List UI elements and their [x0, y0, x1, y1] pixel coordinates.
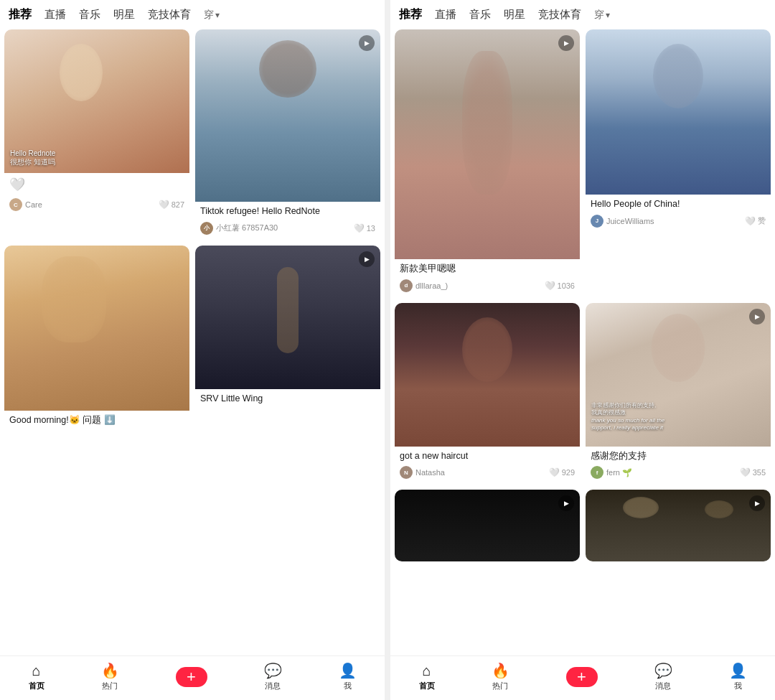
standalone-heart: 🤍 [4, 173, 189, 195]
nav-item-live-2[interactable]: 直播 [435, 8, 456, 22]
grid-1: Hello Rednote很想你 知道吗 🤍 C Care 🤍 827 [4, 29, 380, 435]
nav-item-sports-2[interactable]: 竞技体育 [538, 8, 581, 22]
like-count-6: 355 [753, 468, 766, 477]
avatar-fern: f [591, 466, 603, 479]
card-info-tall-girl: 新款美甲嗯嗯 d dlllaraa_) 🤍 1036 [395, 259, 580, 297]
card-woman-video[interactable]: ▶ 非常感谢你们所有的支持,我真的很感激thank you so much fo… [586, 303, 771, 485]
like-count-1: 827 [172, 200, 184, 209]
card-likes-haircut: 🤍 929 [549, 467, 575, 477]
author-name-fern: fern 🌱 [606, 468, 632, 477]
card-haircut[interactable]: got a new haircut N Natasha 🤍 929 [395, 303, 580, 485]
nav-item-sports-1[interactable]: 竞技体育 [148, 8, 191, 22]
phone-2: 推荐 直播 音乐 明星 竞技体育 穿 ▶ 新款美甲嗯嗯 d dlllaraa_) [390, 0, 775, 700]
nav-bar-2: 推荐 直播 音乐 明星 竞技体育 穿 [390, 0, 775, 27]
nav-btn-hot-1[interactable]: 🔥 热门 [101, 662, 119, 691]
author-name-natasha: Natasha [415, 468, 445, 477]
play-btn-tall-girl[interactable]: ▶ [558, 35, 574, 51]
nav-btn-home-1[interactable]: ⌂ 首页 [29, 663, 44, 691]
play-btn-woman-video[interactable]: ▶ [749, 309, 765, 325]
nav-more-2[interactable]: 穿 [594, 9, 610, 22]
avatar-dlllaraa: d [400, 279, 413, 292]
card-title-woman-video: 感谢您的支持 [591, 450, 766, 463]
card-dark-video[interactable]: ▶ [395, 490, 580, 561]
card-drums-img: ▶ [586, 490, 771, 561]
card-meta-man-hat: 小 小红薯 67857A30 🤍 13 [200, 222, 375, 235]
card-girl-selfie-img: Hello Rednote很想你 知道吗 [4, 29, 189, 173]
card-title-tall-girl: 新款美甲嗯嗯 [400, 263, 575, 276]
play-btn-guitar[interactable]: ▶ [359, 251, 375, 267]
nav-label-home-2: 首页 [419, 681, 435, 691]
card-title-guitar: SRV Little Wing [200, 393, 375, 406]
card-meta-girl-selfie: C Care 🤍 827 [9, 198, 184, 211]
author-name-xiaohongshu: 小红薯 67857A30 [216, 223, 278, 233]
card-author-haircut: N Natasha [400, 466, 445, 479]
card-guitar-img: ▶ [195, 246, 380, 389]
add-button-1[interactable]: + [176, 667, 207, 687]
heart-icon-1: 🤍 [159, 200, 169, 210]
bottom-nav-1: ⌂ 首页 🔥 热门 + 💬 消息 👤 我 [0, 655, 385, 700]
nav-item-music-1[interactable]: 音乐 [79, 8, 100, 22]
card-man-suit[interactable]: Hello People of China! J JuiceWilliams 🤍… [586, 29, 771, 297]
card-man-hat[interactable]: ▶ Tiktok refugee! Hello RedNote 小 小红薯 67… [195, 29, 380, 240]
card-author-man-hat: 小 小红薯 67857A30 [200, 222, 278, 235]
card-title-man-hat: Tiktok refugee! Hello RedNote [200, 205, 375, 218]
card-info-man-suit: Hello People of China! J JuiceWilliams 🤍… [586, 195, 771, 233]
nav-label-me-1: 我 [344, 681, 352, 691]
nav-label-me-2: 我 [734, 681, 742, 691]
nav-label-home-1: 首页 [29, 681, 44, 691]
nav-item-recommend-1[interactable]: 推荐 [9, 7, 32, 22]
nav-btn-home-2[interactable]: ⌂ 首页 [419, 663, 435, 691]
card-likes-fern: 🤍 355 [740, 467, 766, 477]
nav-btn-me-1[interactable]: 👤 我 [339, 662, 357, 691]
like-count-2: 13 [367, 224, 375, 233]
img-overlay-girl-selfie: Hello Rednote很想你 知道吗 [10, 149, 55, 167]
card-guitar[interactable]: ▶ SRV Little Wing [195, 246, 380, 436]
nav-item-music-2[interactable]: 音乐 [469, 8, 491, 22]
card-likes-man-suit: 🤍 赞 [745, 215, 766, 226]
hot-icon-2: 🔥 [492, 662, 509, 679]
card-meta-woman-video: f fern 🌱 🤍 355 [591, 466, 766, 479]
card-man-suit-img [586, 29, 771, 195]
nav-more-1[interactable]: 穿 [204, 9, 220, 22]
nav-label-hot-1: 热门 [102, 681, 118, 691]
heart-icon-2: 🤍 [354, 223, 365, 233]
content-2: ▶ 新款美甲嗯嗯 d dlllaraa_) 🤍 1036 [390, 27, 775, 655]
add-button-2[interactable]: + [566, 667, 598, 687]
avatar-xiaohongshu: 小 [200, 222, 213, 235]
nav-item-live-1[interactable]: 直播 [44, 8, 66, 22]
author-name-care: Care [25, 200, 42, 209]
home-icon-1: ⌂ [32, 663, 40, 679]
play-btn-dark-video[interactable]: ▶ [558, 495, 574, 511]
like-count-5: 929 [562, 468, 575, 477]
card-girl2[interactable]: Good morning!🐱 问题 ⬇️ [4, 246, 189, 436]
card-title-haircut: got a new haircut [400, 450, 575, 463]
like-count-3: 1036 [558, 281, 575, 290]
nav-item-star-1[interactable]: 明星 [113, 8, 135, 22]
card-meta-tall-girl: d dlllaraa_) 🤍 1036 [400, 279, 575, 292]
msg-icon-2: 💬 [654, 662, 672, 679]
card-info-guitar: SRV Little Wing [195, 389, 380, 414]
heart-icon-5: 🤍 [549, 467, 560, 477]
card-author-man-suit: J JuiceWilliams [591, 215, 654, 228]
nav-item-star-2[interactable]: 明星 [504, 8, 525, 22]
card-girl2-img [4, 246, 189, 411]
card-girl-selfie[interactable]: Hello Rednote很想你 知道吗 🤍 C Care 🤍 827 [4, 29, 189, 240]
heart-icon-3: 🤍 [545, 281, 555, 291]
card-drums[interactable]: ▶ [586, 490, 771, 561]
card-meta-man-suit: J JuiceWilliams 🤍 赞 [591, 215, 766, 228]
card-tall-girl[interactable]: ▶ 新款美甲嗯嗯 d dlllaraa_) 🤍 1036 [395, 29, 580, 297]
nav-btn-msg-2[interactable]: 💬 消息 [654, 662, 672, 691]
avatar-care: C [9, 198, 22, 211]
play-btn-drums[interactable]: ▶ [749, 495, 765, 511]
nav-btn-msg-1[interactable]: 💬 消息 [264, 662, 282, 691]
bottom-nav-2: ⌂ 首页 🔥 热门 + 💬 消息 👤 我 [390, 655, 775, 700]
nav-label-msg-1: 消息 [265, 681, 281, 691]
card-likes-girl-selfie: 🤍 827 [159, 200, 184, 210]
card-author-tall-girl: d dlllaraa_) [400, 279, 448, 292]
play-btn-man-hat[interactable]: ▶ [359, 35, 375, 51]
nav-item-recommend-2[interactable]: 推荐 [399, 7, 422, 22]
nav-btn-hot-2[interactable]: 🔥 热门 [492, 662, 509, 691]
card-info-girl2: Good morning!🐱 问题 ⬇️ [4, 411, 189, 436]
nav-btn-me-2[interactable]: 👤 我 [729, 662, 747, 691]
card-title-man-suit: Hello People of China! [591, 198, 766, 211]
